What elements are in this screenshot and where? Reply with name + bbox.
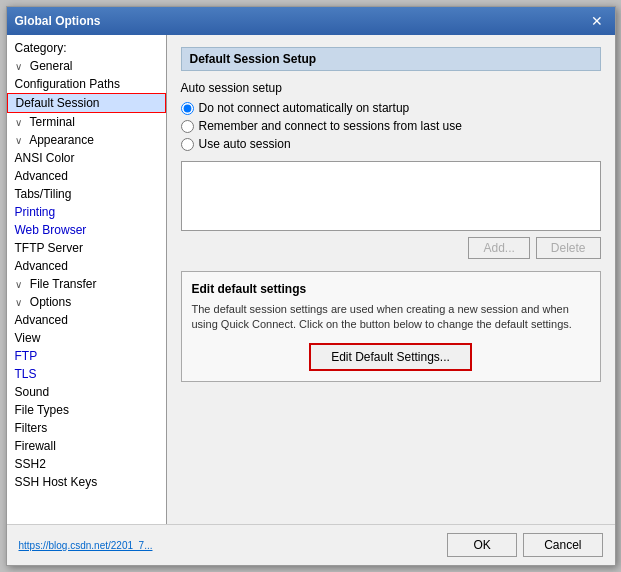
radio-remember-label: Remember and connect to sessions from la… <box>199 119 462 133</box>
radio-group: Do not connect automatically on startup … <box>181 101 601 151</box>
add-button[interactable]: Add... <box>468 237 529 259</box>
title-bar: Global Options ✕ <box>7 7 615 35</box>
sidebar-item-tls[interactable]: TLS <box>7 365 166 383</box>
sidebar-item-config-paths[interactable]: Configuration Paths <box>7 75 166 93</box>
footer-link[interactable]: https://blog.csdn.net/2201_7... <box>19 540 153 551</box>
radio-use-auto-input[interactable] <box>181 138 194 151</box>
sidebar-item-file-types[interactable]: File Types <box>7 401 166 419</box>
sidebar-item-file-transfer[interactable]: ∨ File Transfer <box>7 275 166 293</box>
edit-default-title: Edit default settings <box>192 282 590 296</box>
radio-use-auto[interactable]: Use auto session <box>181 137 601 151</box>
dialog-title: Global Options <box>15 14 101 28</box>
delete-button[interactable]: Delete <box>536 237 601 259</box>
sidebar-item-ansi-color[interactable]: ANSI Color <box>7 149 166 167</box>
sidebar-item-sound[interactable]: Sound <box>7 383 166 401</box>
expand-icon-terminal: ∨ <box>15 117 27 128</box>
radio-no-connect[interactable]: Do not connect automatically on startup <box>181 101 601 115</box>
edit-default-section: Edit default settings The default sessio… <box>181 271 601 382</box>
sidebar-item-terminal[interactable]: ∨ Terminal <box>7 113 166 131</box>
radio-no-connect-label: Do not connect automatically on startup <box>199 101 410 115</box>
sidebar-item-advanced-2[interactable]: Advanced <box>7 257 166 275</box>
expand-icon-general: ∨ <box>15 61 27 72</box>
edit-default-btn-wrapper: Edit Default Settings... <box>192 343 590 371</box>
radio-no-connect-input[interactable] <box>181 102 194 115</box>
sidebar-item-view[interactable]: View <box>7 329 166 347</box>
sidebar-item-general[interactable]: ∨ General <box>7 57 166 75</box>
sidebar-item-printing[interactable]: Printing <box>7 203 166 221</box>
section-header: Default Session Setup <box>181 47 601 71</box>
expand-icon-options: ∨ <box>15 297 27 308</box>
sidebar-item-ssh2[interactable]: SSH2 <box>7 455 166 473</box>
edit-default-settings-button[interactable]: Edit Default Settings... <box>309 343 472 371</box>
expand-icon-file-transfer: ∨ <box>15 279 27 290</box>
sidebar-item-firewall[interactable]: Firewall <box>7 437 166 455</box>
list-buttons: Add... Delete <box>181 237 601 259</box>
category-panel: Category: ∨ General Configuration Paths … <box>7 35 167 524</box>
ok-button[interactable]: OK <box>447 533 517 557</box>
sidebar-item-filters[interactable]: Filters <box>7 419 166 437</box>
sidebar-item-tftp-server[interactable]: TFTP Server <box>7 239 166 257</box>
radio-use-auto-label: Use auto session <box>199 137 291 151</box>
sidebar-item-ssh-host-keys[interactable]: SSH Host Keys <box>7 473 166 491</box>
sidebar-item-advanced-3[interactable]: Advanced <box>7 311 166 329</box>
sidebar-item-appearance[interactable]: ∨ Appearance <box>7 131 166 149</box>
auto-session-label: Auto session setup <box>181 81 601 95</box>
close-button[interactable]: ✕ <box>587 14 607 28</box>
sidebar-item-options[interactable]: ∨ Options <box>7 293 166 311</box>
sidebar-item-default-session[interactable]: Default Session <box>7 93 166 113</box>
sidebar-item-advanced-1[interactable]: Advanced <box>7 167 166 185</box>
content-panel: Default Session Setup Auto session setup… <box>167 35 615 524</box>
category-label: Category: <box>7 39 166 57</box>
sidebar-item-ftp[interactable]: FTP <box>7 347 166 365</box>
radio-remember[interactable]: Remember and connect to sessions from la… <box>181 119 601 133</box>
radio-remember-input[interactable] <box>181 120 194 133</box>
edit-default-description: The default session settings are used wh… <box>192 302 590 333</box>
dialog-footer: https://blog.csdn.net/2201_7... OK Cance… <box>7 524 615 565</box>
global-options-dialog: Global Options ✕ Category: ∨ General Con… <box>6 6 616 566</box>
expand-icon-appearance: ∨ <box>15 135 27 146</box>
sidebar-item-tabs-tiling[interactable]: Tabs/Tiling <box>7 185 166 203</box>
session-list-box[interactable] <box>181 161 601 231</box>
sidebar-item-web-browser[interactable]: Web Browser <box>7 221 166 239</box>
cancel-button[interactable]: Cancel <box>523 533 602 557</box>
dialog-body: Category: ∨ General Configuration Paths … <box>7 35 615 524</box>
